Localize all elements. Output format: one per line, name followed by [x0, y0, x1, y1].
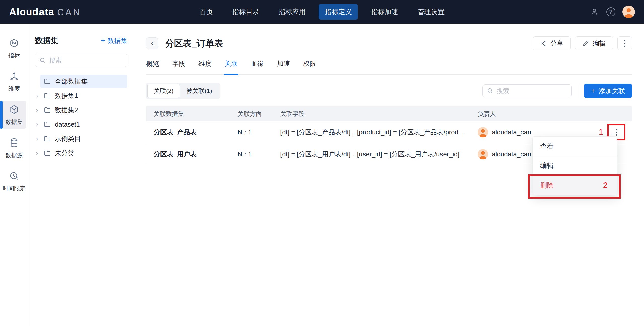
edit-pencil-icon — [582, 40, 589, 47]
add-dataset-button[interactable]: + 数据集 — [101, 36, 127, 45]
folder-icon — [44, 149, 51, 157]
top-navbar: Aloudata CAN 首页 指标目录 指标应用 指标定义 指标加速 管理设置… — [0, 0, 644, 24]
folder-icon — [44, 106, 51, 114]
panel-title: 数据集 — [35, 35, 58, 46]
tab-lineage[interactable]: 血缘 — [251, 59, 264, 74]
add-association-label: 添加关联 — [599, 87, 625, 95]
cell-dataset[interactable]: 分区表_产品表 — [146, 128, 238, 137]
annotation-step-2: 2 — [603, 181, 608, 190]
detail-tabs: 概览 字段 维度 关联 血缘 加速 权限 — [146, 59, 632, 75]
chevron-right-icon[interactable]: › — [35, 121, 44, 128]
nav-item-metric-app[interactable]: 指标应用 — [272, 4, 312, 20]
table-header-row: 关联数据集 关联方向 关联字段 负责人 — [146, 106, 632, 121]
segment-reverse-associations[interactable]: 被关联(1) — [180, 84, 218, 98]
tab-overview[interactable]: 概览 — [146, 59, 159, 74]
plus-icon: + — [591, 87, 595, 95]
nav-item-metric-definition[interactable]: 指标定义 — [319, 4, 358, 20]
cell-fields: [dt] = [分区表_产品表/dt]，[product_id] = [分区表_… — [280, 128, 478, 137]
share-label: 分享 — [550, 39, 564, 48]
chevron-right-icon[interactable]: › — [35, 106, 44, 114]
tree-item-label: 数据集2 — [55, 106, 78, 115]
time-limit-clock-icon — [9, 171, 19, 182]
rail-item-label: 指标 — [8, 52, 20, 59]
dataset-panel: 数据集 + 数据集 全部数据集 › 数据集1 — [28, 24, 134, 326]
plus-icon: + — [101, 36, 105, 45]
menu-item-delete[interactable]: 删除 2 — [533, 175, 617, 195]
cell-dataset[interactable]: 分区表_用户表 — [146, 150, 238, 159]
folder-icon — [44, 78, 51, 85]
logo[interactable]: Aloudata CAN — [9, 6, 82, 18]
tab-dimensions[interactable]: 维度 — [198, 59, 212, 74]
rail-item-datasets[interactable]: 数据集 — [2, 101, 26, 129]
folder-icon — [44, 92, 51, 99]
back-button[interactable]: ‹ — [146, 37, 158, 49]
delete-label: 删除 — [540, 181, 554, 190]
column-header-fields: 关联字段 — [280, 110, 478, 118]
page-title: 分区表_订单表 — [165, 38, 223, 49]
tab-acceleration[interactable]: 加速 — [277, 59, 290, 74]
menu-item-edit[interactable]: 编辑 — [533, 156, 617, 175]
tab-fields[interactable]: 字段 — [172, 59, 185, 74]
share-button[interactable]: 分享 — [533, 36, 571, 50]
cell-direction: N : 1 — [238, 150, 280, 158]
cell-fields: [dt] = [分区表_用户表/dt]，[user_id] = [分区表_用户表… — [280, 150, 478, 159]
rail-item-time-limit[interactable]: 时间限定 — [2, 167, 26, 195]
owner-name: aloudata_can — [492, 128, 531, 136]
menu-item-view[interactable]: 查看 — [533, 137, 617, 156]
annotation-step-1: 1 — [599, 128, 603, 137]
owner-name: aloudata_can — [492, 150, 531, 158]
add-association-button[interactable]: + 添加关联 — [584, 84, 632, 98]
tree-item-uncategorized[interactable]: › 未分类 — [35, 146, 127, 160]
column-header-dataset: 关联数据集 — [146, 110, 238, 118]
tree-item-all-datasets[interactable]: 全部数据集 — [40, 75, 127, 88]
tab-permissions[interactable]: 权限 — [303, 59, 316, 74]
tree-item-label: 数据集1 — [55, 91, 78, 100]
panel-search-input[interactable] — [49, 57, 123, 64]
datasource-database-icon — [9, 138, 19, 149]
metric-hexagon-icon — [9, 38, 19, 49]
owner-avatar — [478, 149, 488, 159]
tree-item-dataset2-cn[interactable]: › 数据集2 — [35, 103, 127, 117]
edit-label: 编辑 — [593, 39, 606, 48]
rail-item-datasources[interactable]: 数据源 — [2, 134, 26, 162]
add-dataset-label: 数据集 — [108, 36, 127, 45]
more-icon — [624, 40, 625, 47]
dimension-axes-icon — [9, 71, 19, 82]
association-segmented-control: 关联(2) 被关联(1) — [146, 83, 220, 99]
tree-item-dataset1-cn[interactable]: › 数据集1 — [35, 89, 127, 102]
folder-icon — [44, 121, 51, 128]
table-search-input[interactable] — [497, 87, 568, 95]
nav-item-home[interactable]: 首页 — [193, 4, 219, 20]
rail-item-label: 数据源 — [6, 151, 23, 159]
user-icon[interactable] — [590, 7, 599, 17]
tree-item-dataset1-en[interactable]: › dataset1 — [35, 118, 127, 131]
rail-item-dimensions[interactable]: 维度 — [2, 67, 26, 96]
table-search — [482, 84, 572, 97]
primary-nav: 首页 指标目录 指标应用 指标定义 指标加速 管理设置 — [193, 0, 451, 24]
edit-button[interactable]: 编辑 — [575, 36, 613, 50]
nav-item-metric-acceleration[interactable]: 指标加速 — [365, 4, 404, 20]
column-header-owner: 负责人 — [478, 110, 589, 118]
chevron-right-icon[interactable]: › — [35, 135, 44, 143]
divider — [578, 84, 578, 98]
chevron-right-icon[interactable]: › — [35, 92, 44, 100]
segment-associations[interactable]: 关联(2) — [147, 84, 180, 98]
chevron-right-icon[interactable]: › — [35, 149, 44, 157]
owner-avatar — [478, 127, 488, 137]
tab-associations[interactable]: 关联 — [225, 59, 238, 74]
navbar-right: ? — [590, 6, 635, 18]
more-actions-button[interactable] — [617, 36, 632, 50]
row-context-menu: 查看 编辑 删除 2 — [532, 136, 617, 195]
rail-item-metrics[interactable]: 指标 — [2, 34, 26, 62]
help-icon[interactable]: ? — [606, 7, 615, 16]
tree-item-sample-category[interactable]: › 示例类目 — [35, 132, 127, 146]
logo-brand: Aloudata — [9, 6, 54, 18]
nav-item-admin-settings[interactable]: 管理设置 — [411, 4, 451, 20]
nav-item-metric-catalog[interactable]: 指标目录 — [226, 4, 265, 20]
more-icon — [616, 129, 617, 136]
logo-suffix: CAN — [57, 7, 82, 18]
search-icon — [487, 87, 494, 94]
rail-item-label: 数据集 — [6, 118, 23, 126]
folder-icon — [44, 135, 51, 142]
user-avatar[interactable] — [622, 6, 635, 18]
